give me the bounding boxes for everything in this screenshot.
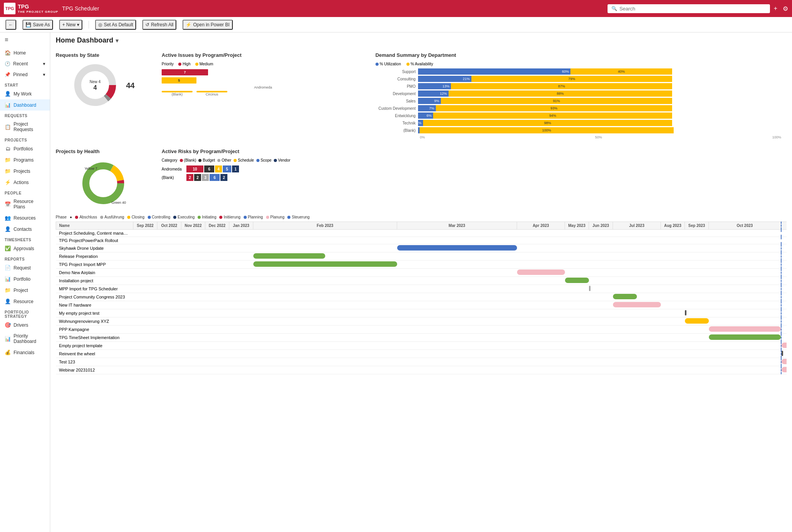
- phase-legend: Phase ● Abschluss Ausführung Closing Con…: [56, 213, 787, 222]
- gantt-row[interactable]: Reinvent the wheelChristoph Liebl: [56, 350, 787, 358]
- sidebar-item-mywork[interactable]: 👤 My Work: [0, 88, 50, 99]
- gantt-row[interactable]: MPP Import for TPG SchedulerFlorian Holl…: [56, 285, 787, 293]
- gantt-cell: [157, 230, 181, 237]
- sidebar-item-projectrequests[interactable]: 📋 Project Requests: [0, 119, 50, 135]
- issues-andromeda-high: 7: [162, 69, 365, 75]
- gantt-row[interactable]: TPG TimeSheet ImplementationBastian Fett…: [56, 334, 787, 342]
- open-powerbi-button[interactable]: ⚡ Open in Power BI: [183, 20, 232, 30]
- sidebar-item-prioritydashboard[interactable]: 📊 Priority Dashboard: [0, 331, 50, 347]
- gantt-cell: [133, 358, 157, 366]
- gantt-cell: [661, 285, 685, 293]
- sidebar-item-pinned[interactable]: 📌 Pinned ▾: [0, 69, 50, 80]
- phase-dot-marker: ●: [70, 215, 72, 219]
- sidebar-item-report-portfolio[interactable]: 📊 Portfolio: [0, 273, 50, 285]
- sidebar-item-programs[interactable]: 📁 Programs: [0, 154, 50, 165]
- demand-row: PMO 13% 87%: [376, 83, 781, 89]
- gantt-row-name: Test 123: [56, 358, 133, 366]
- gantt-row[interactable]: My empty project testMartin Laukkanen: [56, 309, 787, 317]
- gantt-row[interactable]: Demo New AirplainFlorian Hollerith: [56, 269, 787, 277]
- gantt-cell: [613, 350, 661, 358]
- sidebar-item-projects[interactable]: 📁 Projects: [0, 165, 50, 177]
- gantt-section: Phase ● Abschluss Ausführung Closing Con…: [50, 210, 792, 374]
- sidebar-item-home[interactable]: 🏠 Home: [0, 47, 50, 58]
- sidebar-item-resourceplans[interactable]: 📅 Resource Plans: [0, 196, 50, 212]
- gantt-bar: [517, 269, 565, 275]
- refresh-button[interactable]: ↺ Refresh All: [142, 20, 176, 30]
- gantt-cell: [229, 366, 253, 374]
- gantt-cell: [397, 358, 517, 366]
- gantt-cell: [157, 366, 181, 374]
- set-default-button[interactable]: ◎ Set As Default: [95, 20, 136, 30]
- gantt-cell: [229, 293, 253, 301]
- gear-icon[interactable]: ⚙: [783, 5, 788, 12]
- sidebar-item-report-project[interactable]: 📁 Project: [0, 285, 50, 296]
- gantt-cell: [205, 244, 229, 252]
- sidebar-item-approvals[interactable]: ✅ Approvals: [0, 243, 50, 254]
- search-input[interactable]: [620, 6, 766, 12]
- gantt-month-jun2023: Jun 2023: [589, 222, 613, 230]
- gantt-cell: [565, 244, 589, 252]
- projects-icon: 📁: [5, 168, 11, 174]
- gantt-row[interactable]: Empty project templatePPP Admin: [56, 342, 787, 350]
- gantt-row[interactable]: Skyhawk Drone UpdatePortfolio Manager: [56, 244, 787, 252]
- gantt-row[interactable]: Project Scheduling, Content manage...: [56, 230, 787, 237]
- gantt-cell: [181, 277, 205, 285]
- search-box[interactable]: 🔍: [608, 4, 770, 13]
- gantt-cell: [397, 326, 517, 334]
- back-button[interactable]: ←: [5, 20, 16, 30]
- gantt-row[interactable]: Project Community Congress 2023Florian H…: [56, 293, 787, 301]
- chevron-down-icon[interactable]: ▾: [116, 38, 118, 44]
- gantt-cell: [709, 269, 781, 277]
- report-project-icon: 📁: [5, 287, 11, 293]
- gantt-cell: [181, 309, 205, 317]
- gantt-cell: [589, 237, 613, 244]
- sidebar-item-contacts[interactable]: 👤 Contacts: [0, 223, 50, 235]
- gantt-row[interactable]: Installation projectProject Manager: [56, 277, 787, 285]
- gantt-scroll-container[interactable]: Name Sep 2022 Oct 2022 Nov 2022 Dec 2022…: [56, 222, 787, 374]
- new-button[interactable]: + New ▾: [59, 20, 82, 30]
- recent-icon: 🕐: [5, 61, 10, 66]
- sidebar-item-recent[interactable]: 🕐 Recent ▾: [0, 58, 50, 69]
- sidebar-item-report-request[interactable]: 📄 Request: [0, 262, 50, 273]
- sidebar-item-financials[interactable]: 💰 Financials: [0, 347, 50, 358]
- gantt-bar: [709, 326, 781, 332]
- gantt-cell: [253, 358, 397, 366]
- gantt-row[interactable]: Test 123Christoph Liebl: [56, 358, 787, 366]
- gantt-row-name: TPG Project Import MPP: [56, 261, 133, 269]
- powerbi-icon: ⚡: [186, 22, 191, 27]
- sidebar-item-drivers[interactable]: 🎯 Drivers: [0, 319, 50, 331]
- sidebar-item-report-resource[interactable]: 👤 Resource: [0, 296, 50, 307]
- gantt-cell: [229, 350, 253, 358]
- company-sub: THE PROJECT GROUP: [18, 10, 58, 14]
- gantt-cell: [397, 261, 517, 269]
- plus-icon[interactable]: +: [774, 5, 777, 12]
- sidebar-item-actions[interactable]: ⚡ Actions: [0, 177, 50, 188]
- gantt-row[interactable]: Webinar 20231012Thomas Henkelmann: [56, 366, 787, 374]
- gantt-cell: [181, 301, 205, 309]
- gantt-cell: [709, 326, 781, 334]
- sidebar-item-dashboard[interactable]: 📊 Dashboard: [0, 99, 50, 111]
- sidebar-item-resources[interactable]: 👥 Resources: [0, 212, 50, 223]
- gantt-row[interactable]: TPG ProjectPowerPack Rollout: [56, 237, 787, 244]
- gantt-row[interactable]: Release PreperationPPP Admin: [56, 252, 787, 261]
- gantt-bar: [613, 294, 637, 299]
- save-as-button[interactable]: 💾 Save As: [22, 20, 53, 30]
- demand-util-bar: 60%: [418, 68, 571, 75]
- hamburger-button[interactable]: ≡: [0, 32, 50, 47]
- gantt-row[interactable]: PPP KampagneThomas Henkelmann: [56, 326, 787, 334]
- gantt-cell: [781, 358, 787, 366]
- gantt-cell: [589, 326, 613, 334]
- gantt-cell: [661, 252, 685, 261]
- page-title: Home Dashboard ▾: [50, 32, 792, 47]
- gantt-cell: [133, 269, 157, 277]
- sidebar-item-portfolios[interactable]: 🗂 Portfolios: [0, 143, 50, 154]
- gantt-cell: [589, 277, 613, 285]
- gantt-cell: [565, 317, 589, 326]
- gantt-row[interactable]: TPG Project Import MPPPPP Portfolio Mana…: [56, 261, 787, 269]
- gantt-row[interactable]: New IT hardwarePortfolio Manager: [56, 301, 787, 309]
- gantt-cell: [517, 317, 565, 326]
- gantt-row[interactable]: Wohnungrenovierung XYZÖnder Barlas: [56, 317, 787, 326]
- gantt-bar: [685, 318, 709, 324]
- gantt-cell: [181, 285, 205, 293]
- gantt-cell: [253, 317, 397, 326]
